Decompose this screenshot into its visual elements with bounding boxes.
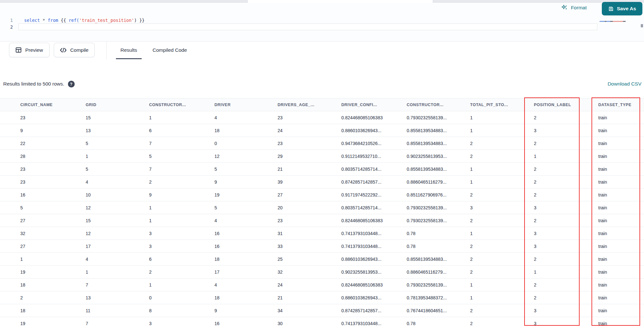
table-cell: 0.7930232558139... [407,214,470,227]
table-cell: 16 [214,240,278,253]
table-icon [15,47,22,53]
table-cell: 0.8558139534883... [407,124,470,137]
editor-minimap[interactable] [600,21,626,22]
table-cell: 0.7413793103448... [341,227,407,240]
table-cell: 2 [470,304,534,317]
table-cell: 7 [149,163,214,176]
table-cell: 1 [149,201,214,214]
table-cell: 17 [214,266,278,278]
code-line-1[interactable]: select * from {{ ref('train_test_positio… [24,17,145,23]
table-cell: 1 [470,291,534,304]
compile-button[interactable]: Compile [54,43,95,57]
table-cell: 0.8035714285714... [341,201,407,214]
column-header: CONSTRUCTOR... [407,98,470,111]
table-cell: 3 [149,317,214,328]
table-cell: 5 [214,163,278,176]
table-cell: 2 [534,188,598,201]
table-cell: train [598,137,644,150]
minimap-segment [600,21,605,22]
table-cell: 7 [149,137,214,150]
table-cell: 0.78 [407,317,470,328]
table-cell: train [598,150,644,163]
table-cell: 5 [86,137,149,150]
table-cell: 15 [86,214,149,227]
results-table: CIRCUIT_NAMEGRIDCONSTRUCTOR...DRIVERDRIV… [0,98,644,328]
file-tab-active[interactable] [247,0,433,3]
table-cell: 23 [278,214,341,227]
table-row: 1610919270.9171974522292...0.85116279069… [0,188,644,201]
minimap-segment [623,21,626,22]
table-row: 23429390.8742857142857...0.8860465116279… [0,176,644,188]
table-cell: 3 [470,201,534,214]
table-cell: 0.7413793103448... [341,317,407,328]
table-cell: 5 [214,201,278,214]
table-cell: 12 [86,227,149,240]
table-cell: 0.9023255813953... [407,150,470,163]
code-token: select [24,18,40,23]
column-header: DATASET_TYPE [598,98,644,111]
table-cell: 2 [470,137,534,150]
table-row: 51215200.8035714285714...0.7930232558139… [0,201,644,214]
table-cell: 6 [149,253,214,266]
column-header: DRIVERS_AGE_... [278,98,341,111]
code-token [45,18,48,23]
table-cell: 0.8558139534883... [407,253,470,266]
table-cell: 0.8860103626943... [341,124,407,137]
table-cell: train [598,227,644,240]
table-cell: 2 [149,176,214,188]
table-cell: 2 [534,291,598,304]
table-cell: 2 [470,253,534,266]
table-cell: 13 [86,124,149,137]
app-window: 1 2 select * from {{ ref('train_test_pos… [0,0,644,328]
table-cell: 2 [470,150,534,163]
table-row: 213018210.8860103626943...0.781395348837… [0,291,644,304]
table-cell: 3 [534,317,598,328]
table-cell: 18 [214,253,278,266]
table-cell: 2 [534,253,598,266]
column-header: DRIVER_CONFI... [341,98,407,111]
table-cell: 9 [0,124,86,137]
table-cell: 9 [149,188,214,201]
download-csv-link[interactable]: Download CSV [608,81,641,87]
table-cell: 1 [470,176,534,188]
table-cell: train [598,214,644,227]
table-row: 3212316310.7413793103448...0.7813train [0,227,644,240]
code-icon [60,48,67,53]
table-cell: 2 [534,163,598,176]
table-cell: 0.7813953488372... [407,291,470,304]
scrollbar-marker[interactable] [641,24,643,27]
preview-label: Preview [25,47,43,53]
table-cell: 2 [470,317,534,328]
code-token [40,18,43,23]
column-header: CIRCUIT_NAME [0,98,86,111]
table-cell: 2 [534,214,598,227]
table-cell: 3 [534,124,598,137]
table-row: 281512290.9112149532710...0.902325581395… [0,150,644,163]
sql-editor-panel: 1 2 select * from {{ ref('train_test_pos… [0,3,644,41]
table-cell: 18 [0,278,86,291]
table-cell: 27 [0,240,86,253]
table-cell: 2 [470,240,534,253]
table-cell: 5 [0,201,86,214]
format-button[interactable]: Format [561,4,587,11]
table-cell: 23 [278,137,341,150]
table-cell: 0.8860465116279... [407,176,470,188]
tab-compiled-code[interactable]: Compiled Code [145,41,195,59]
column-header: DRIVER [214,98,278,111]
table-cell: 0.8742857142857... [341,176,407,188]
help-icon[interactable]: ? [68,81,75,87]
table-cell: 0.7674418604651... [407,304,470,317]
table-cell: 23 [278,111,341,124]
table-cell: 17 [86,240,149,253]
table-cell: 34 [278,304,341,317]
table-cell: 18 [0,304,86,317]
table-cell: 0.824468085106383 [341,278,407,291]
save-as-button[interactable]: Save As [602,2,642,15]
table-cell: 3 [534,201,598,214]
save-as-label: Save As [617,6,636,12]
active-line-highlight[interactable] [18,23,597,30]
preview-button[interactable]: Preview [9,43,50,57]
table-cell: 3 [534,227,598,240]
tab-results[interactable]: Results [113,41,145,59]
line-number-2: 2 [0,24,13,30]
